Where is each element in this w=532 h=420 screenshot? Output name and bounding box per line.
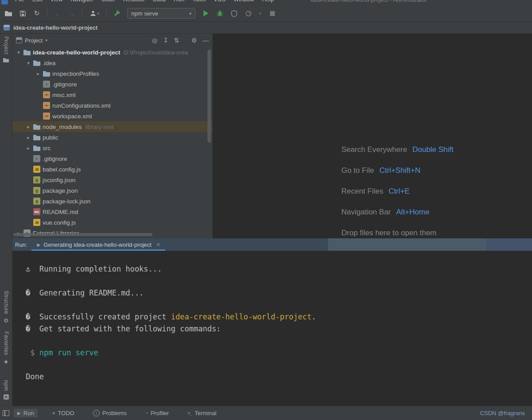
main-toolbar: ↻ ← → ▾ npm serve ▾ ▾ [0, 5, 532, 21]
breadcrumb[interactable]: idea-create-hello-world-project [13, 24, 98, 31]
stripe-project-group: Project [0, 36, 12, 62]
user-profile-icon[interactable]: ▾ [87, 8, 102, 19]
project-view-selector[interactable]: Project [25, 37, 43, 44]
tree-item-label: jsconfig.json [43, 177, 75, 183]
statusbar-terminal[interactable]: >_Terminal [184, 409, 220, 417]
tree-item-package.json[interactable]: package.json [12, 185, 212, 196]
tree-item-.gitignore[interactable]: .gitignore [12, 79, 212, 89]
coverage-icon[interactable] [228, 8, 240, 19]
statusbar-profiler[interactable]: ◔Profiler [142, 409, 172, 417]
stripe-item-npm[interactable]: npm [3, 380, 9, 391]
menu-edit[interactable]: Edit [32, 0, 42, 3]
build-wrench-icon[interactable] [111, 8, 123, 19]
tree-item-idea-create-hello-world-project[interactable]: ▾idea-create-hello-world-projectD:\Proje… [12, 47, 212, 58]
structure-icon[interactable]: ⚙ [4, 317, 9, 324]
console-line [26, 335, 532, 347]
save-all-icon[interactable] [17, 8, 28, 19]
console-text: � Get started with the following command… [26, 324, 221, 333]
tree-item-.idea[interactable]: ▾.idea [12, 58, 212, 68]
locate-file-icon[interactable]: ◎ [152, 37, 157, 44]
back-icon[interactable]: ← [52, 8, 63, 19]
menu-items: FileEditViewNavigateCodeRefactorBuildRun… [15, 0, 274, 3]
menu-navigate[interactable]: Navigate [70, 0, 93, 3]
menu-run[interactable]: Run [174, 0, 184, 3]
open-project-icon[interactable] [3, 8, 14, 19]
project-folder-icon[interactable] [3, 58, 9, 62]
menu-build[interactable]: Build [153, 0, 166, 3]
run-options-chevron-icon[interactable]: ▾ [257, 8, 264, 19]
chevron-down-icon[interactable]: ▾ [15, 50, 22, 55]
menu-refactor[interactable]: Refactor [123, 0, 145, 3]
tree-item-public[interactable]: ▸public [12, 132, 212, 143]
forward-icon[interactable]: → [66, 8, 78, 19]
project-tree-horizontal-scrollbar[interactable] [13, 233, 153, 236]
stripe-structure-group: Structure ⚙ [0, 291, 12, 324]
tree-item-misc.xml[interactable]: misc.xml [12, 89, 212, 100]
app-logo-icon[interactable] [1, 0, 8, 4]
stop-icon[interactable] [266, 8, 278, 19]
run-tool-window: Run: ▶ Generating idea-create-hello-worl… [12, 238, 532, 406]
shortcut-keys: Double Shift [412, 145, 454, 154]
json-icon [33, 187, 40, 194]
settings-gear-icon[interactable]: ⚙ [191, 37, 197, 44]
chevron-right-icon[interactable]: ▸ [25, 124, 32, 130]
debug-icon[interactable] [214, 8, 226, 19]
gitignore-icon [43, 81, 50, 88]
run-icon[interactable] [200, 8, 211, 19]
statusbar-problems[interactable]: !Problems [90, 409, 130, 417]
tree-item-label: README.md [43, 209, 78, 215]
folder-icon [33, 123, 40, 130]
console-line: � Generating README.md... [26, 287, 532, 299]
shortcut-action: Search Everywhere [341, 145, 407, 154]
console-line: � Get started with the following command… [26, 323, 532, 335]
run-config-select[interactable]: npm serve ▾ [127, 8, 196, 19]
stripe-item-project[interactable]: Project [3, 36, 9, 54]
tree-item-node_modules[interactable]: ▸node_moduleslibrary root [12, 121, 212, 132]
toolwindow-switcher-icon[interactable] [3, 410, 9, 416]
hide-panel-icon[interactable]: — [203, 37, 209, 44]
tree-item-inspectionProfiles[interactable]: ▸inspectionProfiles [12, 68, 212, 79]
tree-item-package-lock.json[interactable]: package-lock.json [12, 196, 212, 206]
favorites-star-icon[interactable]: ★ [4, 358, 9, 365]
chevron-right-icon[interactable]: ▸ [25, 145, 32, 151]
run-tab[interactable]: ▶ Generating idea-create-hello-world-pro… [31, 238, 165, 251]
run-console[interactable]: ⚓ Running completion hooks... � Generati… [12, 251, 532, 406]
statusbar-todo[interactable]: ≡TODO [49, 409, 78, 417]
menu-code[interactable]: Code [102, 0, 115, 3]
menu-help[interactable]: Help [262, 0, 274, 3]
tree-item-src[interactable]: ▸src [12, 143, 212, 153]
menu-file[interactable]: File [15, 0, 24, 3]
run-tab-title: Generating idea-create-hello-world-proje… [43, 241, 152, 248]
tree-item-babel.config.js[interactable]: babel.config.js [12, 164, 212, 175]
tree-item-workspace.xml[interactable]: workspace.xml [12, 111, 212, 121]
console-line: � Successfully created project idea-crea… [26, 311, 532, 323]
project-tree-vertical-scrollbar[interactable] [207, 50, 211, 143]
menu-vcs[interactable]: VCS [214, 0, 226, 3]
chevron-right-icon[interactable]: ▸ [25, 135, 32, 140]
collapse-all-icon[interactable]: ↧ [163, 37, 168, 44]
tree-item-jsconfig.json[interactable]: jsconfig.json [12, 175, 212, 185]
tree-item-.gitignore[interactable]: .gitignore [12, 153, 212, 164]
window-title: idea-create-hello-world-project - Admini… [310, 0, 427, 3]
console-text: npm run serve [39, 348, 98, 357]
expand-collapse-icon[interactable]: ⇅ [174, 37, 180, 44]
sync-icon[interactable]: ↻ [31, 8, 43, 19]
tree-item-README.md[interactable]: README.md [12, 206, 212, 217]
stripe-item-favorites[interactable]: Favorites [3, 331, 9, 355]
statusbar-run[interactable]: ▶Run [14, 409, 38, 417]
console-line: Done [26, 371, 532, 383]
close-icon[interactable]: × [156, 241, 160, 248]
tree-item-vue.config.js[interactable]: vue.config.js [12, 217, 212, 228]
chevron-right-icon[interactable]: ▸ [35, 71, 42, 77]
stripe-item-structure[interactable]: Structure [3, 291, 9, 314]
menu-view[interactable]: View [50, 0, 63, 3]
tree-item-runConfigurations.xml[interactable]: runConfigurations.xml [12, 100, 212, 111]
chevron-down-icon[interactable]: ▾ [25, 60, 32, 66]
profiler-icon[interactable] [243, 8, 254, 19]
menu-tools[interactable]: Tools [192, 0, 206, 3]
menu-window[interactable]: Window [234, 0, 254, 3]
breadcrumb-bar: idea-create-hello-world-project [0, 21, 532, 34]
chevron-down-icon[interactable]: ▾ [45, 38, 47, 43]
project-view-icon [16, 37, 22, 43]
npm-icon[interactable]: n [4, 394, 9, 400]
